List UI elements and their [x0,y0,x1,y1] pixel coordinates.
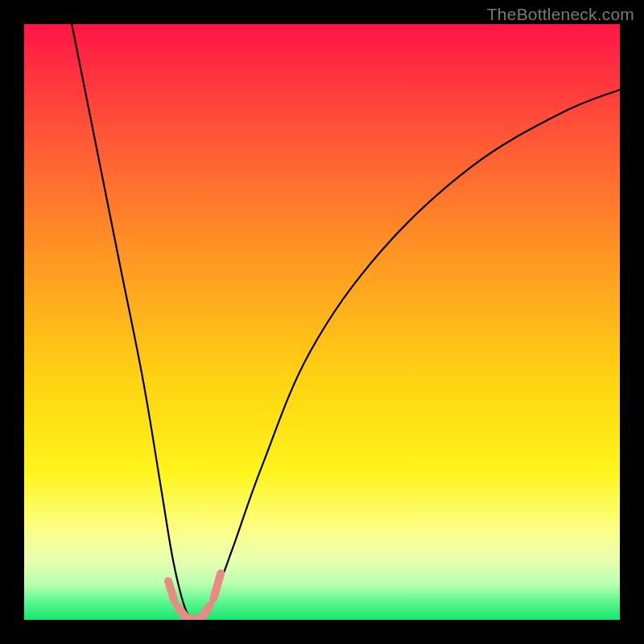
marker-segment [213,573,221,598]
marker-segment [168,581,174,601]
marker-segment [203,605,210,616]
curve-layer [24,24,620,620]
plot-area [24,24,620,620]
watermark-text: TheBottleneck.com [487,5,634,24]
bottleneck-curve [72,24,620,620]
marker-segment [178,607,185,617]
chart-frame: TheBottleneck.com [0,0,644,644]
minimum-marker [168,573,221,618]
